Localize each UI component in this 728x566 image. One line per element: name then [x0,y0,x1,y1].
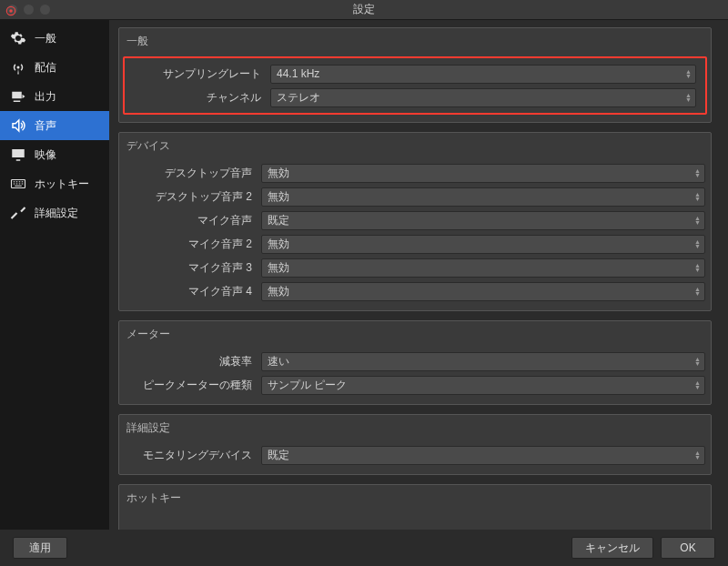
sidebar-item-advanced[interactable]: 詳細設定 [0,198,109,227]
mic-audio4-combo[interactable]: 無効▲▼ [261,282,705,301]
desktop-audio2-combo[interactable]: 無効▲▼ [261,187,705,207]
group-device: デバイス デスクトップ音声無効▲▼ デスクトップ音声 2無効▲▼ マイク音声既定… [118,132,712,311]
decay-rate-combo[interactable]: 速い▲▼ [261,352,705,371]
sidebar-label: 出力 [35,89,56,105]
mic-audio3-label: マイク音声 3 [125,260,261,276]
peak-type-label: ピークメーターの種類 [125,378,261,393]
window-minimize-button[interactable] [24,5,34,15]
sample-rate-label: サンプリングレート [134,66,270,82]
settings-content: 一般 サンプリングレート 44.1 kHz▲▼ チャンネル ステレオ▲▼ デバイ… [109,20,728,530]
sidebar-label: 音声 [35,118,56,134]
monitor-icon [9,146,27,164]
tools-icon [9,204,27,222]
output-icon [9,87,27,106]
sidebar-item-general[interactable]: 一般 [0,24,109,53]
highlight-box: サンプリングレート 44.1 kHz▲▼ チャンネル ステレオ▲▼ [123,56,707,115]
chevron-updown-icon: ▲▼ [694,216,701,225]
window-title: 設定 [353,2,375,17]
desktop-audio-combo[interactable]: 無効▲▼ [261,164,705,183]
app-icon [5,5,17,17]
group-meters: メーター 減衰率速い▲▼ ピークメーターの種類サンプル ピーク▲▼ [118,320,712,405]
desktop-audio2-label: デスクトップ音声 2 [125,189,261,205]
chevron-updown-icon: ▲▼ [694,239,701,248]
svg-point-1 [9,9,13,13]
group-hotkeys: ホットキー [118,484,712,530]
mic-audio2-combo[interactable]: 無効▲▼ [261,235,705,254]
sidebar-item-hotkeys[interactable]: ホットキー [0,169,109,198]
channels-label: チャンネル [134,90,270,106]
monitoring-device-combo[interactable]: 既定▲▼ [261,446,705,465]
cancel-button[interactable]: キャンセル [571,537,653,559]
antenna-icon [9,58,27,76]
peak-type-combo[interactable]: サンプル ピーク▲▼ [261,376,705,395]
mic-audio3-combo[interactable]: 無効▲▼ [261,258,705,278]
chevron-updown-icon: ▲▼ [694,263,701,272]
chevron-updown-icon: ▲▼ [694,357,701,366]
sidebar-label: 詳細設定 [35,206,78,221]
sidebar-label: 一般 [35,31,56,46]
chevron-updown-icon: ▲▼ [694,192,701,201]
monitoring-device-label: モニタリングデバイス [125,448,261,463]
group-title: 一般 [119,28,711,56]
sidebar-label: 配信 [35,60,56,76]
sidebar-item-stream[interactable]: 配信 [0,53,109,82]
chevron-updown-icon: ▲▼ [694,287,701,296]
group-title: デバイス [119,133,711,161]
dialog-footer: 適用 キャンセル OK [0,530,728,566]
window-maximize-button[interactable] [40,5,50,15]
group-title: 詳細設定 [119,415,711,443]
group-title: ホットキー [119,485,711,513]
mic-audio2-label: マイク音声 2 [125,237,261,252]
desktop-audio-label: デスクトップ音声 [125,166,261,181]
sidebar-item-video[interactable]: 映像 [0,140,109,169]
sidebar-item-output[interactable]: 出力 [0,82,109,111]
ok-button[interactable]: OK [661,537,715,559]
window-titlebar: 設定 [0,0,728,20]
settings-sidebar: 一般 配信 出力 音声 映像 ホットキー 詳細設定 [0,20,109,530]
decay-rate-label: 減衰率 [125,354,261,369]
mic-audio-label: マイク音声 [125,213,261,228]
sample-rate-combo[interactable]: 44.1 kHz▲▼ [270,65,696,84]
speaker-icon [9,116,27,135]
sidebar-label: ホットキー [35,177,89,192]
chevron-updown-icon: ▲▼ [685,69,692,78]
gear-icon [9,29,27,47]
chevron-updown-icon: ▲▼ [694,380,701,389]
chevron-updown-icon: ▲▼ [694,450,701,460]
sidebar-item-audio[interactable]: 音声 [0,111,109,140]
group-general: 一般 サンプリングレート 44.1 kHz▲▼ チャンネル ステレオ▲▼ [118,27,712,123]
apply-button[interactable]: 適用 [13,537,67,559]
mic-audio4-label: マイク音声 4 [125,284,261,299]
keyboard-icon [9,175,27,193]
mic-audio-combo[interactable]: 既定▲▼ [261,211,705,230]
chevron-updown-icon: ▲▼ [694,168,701,177]
group-advanced: 詳細設定 モニタリングデバイス既定▲▼ [118,414,712,475]
group-title: メーター [119,321,711,349]
sidebar-label: 映像 [35,147,56,163]
chevron-updown-icon: ▲▼ [685,93,692,102]
channels-combo[interactable]: ステレオ▲▼ [270,88,696,107]
